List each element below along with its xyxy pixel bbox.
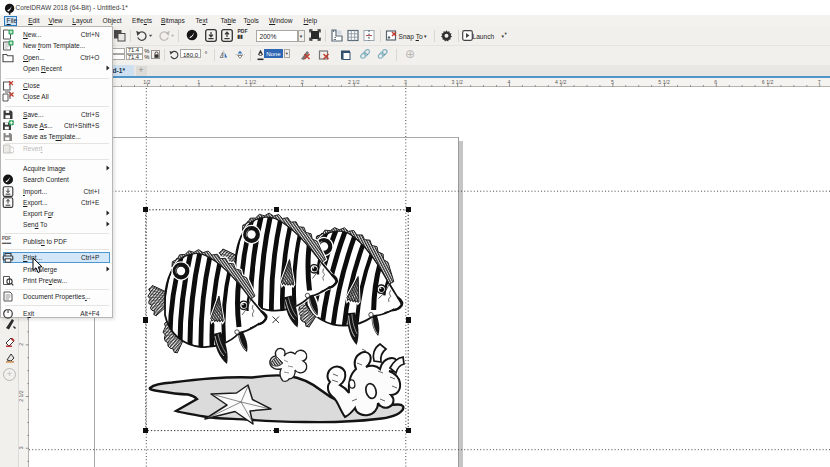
svg-text:3: 3	[19, 446, 25, 449]
svg-text:4 1/2: 4 1/2	[555, 78, 567, 84]
svg-text:3: 3	[404, 78, 407, 84]
svg-text:5 1/2: 5 1/2	[658, 78, 670, 84]
svg-text:6: 6	[714, 78, 717, 84]
svg-text:4: 4	[508, 78, 511, 84]
svg-text:6 1/2: 6 1/2	[762, 78, 774, 84]
svg-text:3 1/2: 3 1/2	[451, 78, 463, 84]
svg-text:1: 1	[197, 78, 200, 84]
svg-text:2 1/2: 2 1/2	[19, 390, 25, 402]
svg-text:2 1/2: 2 1/2	[348, 78, 360, 84]
svg-text:2: 2	[301, 78, 304, 84]
svg-text:2: 2	[19, 342, 25, 345]
svg-text:1/2: 1/2	[143, 78, 150, 84]
svg-text:1 1/2: 1 1/2	[245, 78, 257, 84]
svg-text:5: 5	[611, 78, 614, 84]
svg-text:7: 7	[818, 78, 821, 84]
